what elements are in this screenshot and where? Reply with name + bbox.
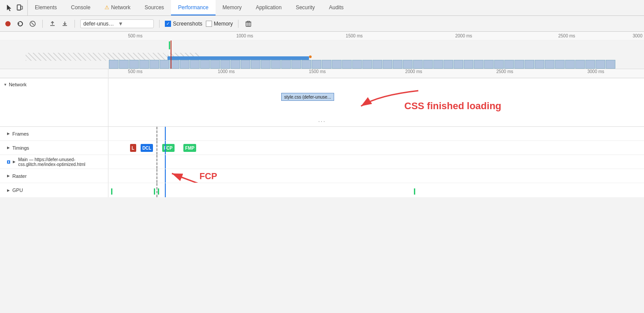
url-dropdown[interactable]: defer-unused-css.glitch.... ▼ [80,19,154,28]
fcp-arrow-svg [168,169,278,183]
time-label-500: 500 ms [128,33,142,38]
gpu-bar-4 [414,188,415,195]
gpu-bar-2 [154,188,155,195]
detail-section[interactable]: 500 ms 1000 ms 1500 ms 2000 ms 2500 ms 3… [0,69,644,78]
detail-time-3000: 3000 ms [587,69,604,74]
tab-performance[interactable]: Performance [171,0,216,15]
gpu-row: ▶ GPU [0,183,644,197]
frames-label: ▶ Frames [0,127,108,140]
detail-time-1000: 1000 ms [218,69,235,74]
main-play-icon [7,160,10,164]
main-row: ▶ Main — https://defer-unused-css.glitch… [0,155,644,169]
raster-expand-icon[interactable]: ▶ [7,174,10,178]
resize-dots[interactable]: ··· [318,118,326,125]
time-label-3000: 3000 [633,33,642,38]
overview-section[interactable]: 500 ms 1000 ms 1500 ms 2000 ms 2500 ms 3… [0,32,644,69]
download-button[interactable] [60,19,69,28]
gpu-content [108,183,644,197]
gpu-label: ▶ GPU [0,183,108,197]
playhead-line [171,41,171,69]
badge-fcp: FCP [162,144,175,152]
separator-1 [42,20,43,28]
tab-security[interactable]: Security [289,0,322,15]
devtools-icons [2,0,28,15]
raster-row: ▶ Raster FCP [0,169,644,183]
dashed-line-timings [156,141,157,155]
detail-ruler: 500 ms 1000 ms 1500 ms 2000 ms 2500 ms 3… [0,69,644,78]
blue-line-main [165,155,166,169]
main-expand-icon[interactable]: ▶ [13,160,15,164]
tab-memory[interactable]: Memory [216,0,249,15]
orange-dot [309,55,312,58]
tab-console[interactable]: Console [64,0,97,15]
trash-button[interactable] [244,19,253,28]
detail-time-2000: 2000 ms [405,69,422,74]
overview-ruler: 500 ms 1000 ms 1500 ms 2000 ms 2500 ms 3… [0,32,644,41]
frames-expand-icon[interactable]: ▶ [7,132,10,136]
separator-4 [238,20,238,28]
gpu-bar-1 [111,188,112,195]
network-section: ▼ Network style.css (defer-unuse... CSS … [0,78,644,127]
frames-row: ▶ Frames [0,127,644,141]
filmstrip: // Generate filmstrip cells inline for(l… [0,59,644,69]
badge-fmp: FMP [183,144,196,152]
gpu-expand-icon[interactable]: ▶ [7,188,10,192]
raster-content: FCP [108,169,644,183]
timings-label: ▶ Timings [0,141,108,155]
warning-icon: ⚠ [104,4,109,11]
badge-l: L [130,144,136,152]
blue-line-raster [165,169,166,183]
detail-time-2500: 2500 ms [496,69,513,74]
bottom-section: ▶ Frames ▶ Timings L DCL FCP FMP [0,127,644,197]
tab-elements[interactable]: Elements [28,0,64,15]
detail-time-1500: 1500 ms [309,69,326,74]
tab-sources[interactable]: Sources [138,0,171,15]
blue-line-gpu [165,183,166,197]
raster-label: ▶ Raster [0,169,108,183]
tab-bar: Elements Console ⚠ Network Sources Perfo… [0,0,644,16]
cursor-icon[interactable] [5,4,13,12]
clear-button[interactable] [28,19,37,28]
badge-dcl: DCL [141,144,153,152]
time-label-1500: 1500 ms [346,33,362,38]
time-label-2500: 2500 ms [558,33,575,38]
main-label: ▶ Main — https://defer-unused-css.glitch… [0,155,108,169]
tab-audits[interactable]: Audits [322,0,350,15]
time-label-1000: 1000 ms [236,33,253,38]
frames-content [108,127,644,140]
tab-application[interactable]: Application [249,0,289,15]
upload-button[interactable] [48,19,57,28]
screenshots-checkbox-label[interactable]: Screenshots [165,21,202,27]
performance-toolbar: defer-unused-css.glitch.... ▼ Screenshot… [0,16,644,32]
svg-point-3 [5,21,11,26]
tab-network[interactable]: ⚠ Network [97,0,138,15]
main-content [108,155,644,169]
dashed-line-gpu [156,183,157,197]
timings-expand-icon[interactable]: ▶ [7,146,10,150]
blue-line-frames [165,127,166,140]
refresh-record-button[interactable] [16,19,25,28]
css-arrow [335,86,423,113]
css-network-bar[interactable]: style.css (defer-unuse... [281,93,334,101]
screenshots-checkbox[interactable] [165,21,171,27]
memory-checkbox[interactable] [206,21,212,27]
timings-content: L DCL FCP FMP [108,141,644,155]
dropdown-arrow-icon: ▼ [118,21,151,27]
svg-line-6 [31,22,34,25]
dashed-line-frames [156,127,157,140]
green-spike-top [169,41,170,49]
dashed-line-raster [156,169,157,183]
detail-time-500: 500 ms [128,69,142,74]
separator-3 [159,20,160,28]
svg-point-2 [19,9,19,10]
dashed-line-main [156,155,157,169]
separator-2 [74,20,75,28]
blue-line-timings [165,141,166,155]
svg-rect-1 [21,6,22,9]
time-label-2000: 2000 ms [455,33,472,38]
memory-checkbox-label[interactable]: Memory [206,21,233,27]
record-button[interactable] [4,19,12,28]
gpu-bar-3 [158,188,159,195]
timings-row: ▶ Timings L DCL FCP FMP [0,141,644,155]
device-icon[interactable] [16,4,24,12]
